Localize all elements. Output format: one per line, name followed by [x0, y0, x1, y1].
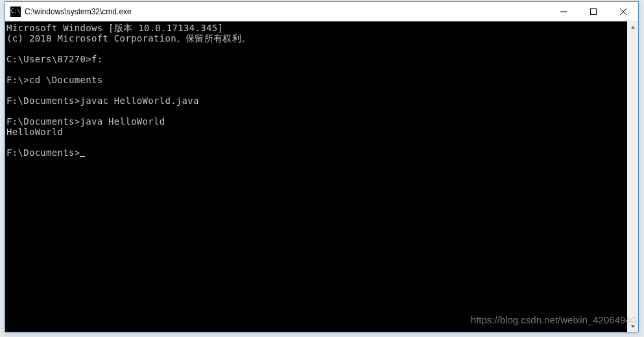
close-icon: [620, 8, 626, 15]
terminal-area: Microsoft Windows [版本 10.0.17134.345] (c…: [5, 21, 638, 332]
scroll-down-button[interactable]: [627, 321, 638, 332]
scroll-track[interactable]: [627, 32, 638, 321]
vertical-scrollbar[interactable]: [627, 21, 638, 332]
scroll-up-button[interactable]: [627, 21, 638, 32]
window-title: C:\windows\system32\cmd.exe: [25, 7, 549, 16]
terminal-cursor: [80, 156, 85, 157]
chevron-up-icon: [630, 25, 636, 30]
close-button[interactable]: [608, 2, 638, 21]
window-controls: [549, 2, 638, 21]
terminal-output[interactable]: Microsoft Windows [版本 10.0.17134.345] (c…: [5, 21, 627, 332]
maximize-icon: [590, 8, 597, 15]
cmd-icon: C:\: [10, 6, 21, 17]
titlebar[interactable]: C:\ C:\windows\system32\cmd.exe: [5, 2, 638, 21]
chevron-down-icon: [630, 324, 636, 329]
maximize-button[interactable]: [578, 2, 608, 21]
minimize-button[interactable]: [549, 2, 578, 21]
cmd-window: C:\ C:\windows\system32\cmd.exe Microsof…: [5, 1, 639, 332]
minimize-icon: [560, 8, 567, 15]
svg-rect-1: [591, 8, 597, 14]
